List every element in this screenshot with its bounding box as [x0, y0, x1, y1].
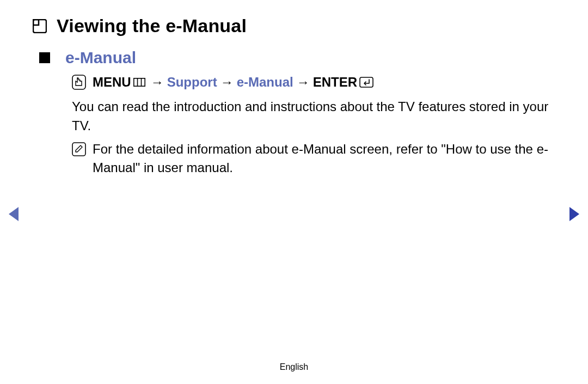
menu-button-icon [133, 78, 145, 87]
nav-next-button[interactable] [568, 206, 581, 224]
section-subtitle: e-Manual [65, 48, 136, 67]
nav-menu-label: MENU [93, 75, 131, 90]
nav-arrow-1: → [151, 75, 164, 90]
page-title: Viewing the e-Manual [57, 15, 247, 36]
square-bullet-icon [39, 52, 50, 63]
nav-arrow-2: → [220, 75, 234, 90]
nav-arrow-3: → [297, 75, 310, 90]
pencil-note-icon [72, 142, 86, 156]
svg-rect-2 [72, 75, 85, 89]
nav-enter-label: ENTER [313, 75, 357, 90]
navigation-path: MENU → Support → e-Manual → ENTER [72, 75, 555, 90]
note-row: For the detailed information about e-Man… [72, 140, 555, 178]
nav-prev-icon [7, 206, 20, 222]
note-text: For the detailed information about e-Man… [93, 140, 555, 178]
nav-next-icon [568, 206, 581, 222]
hand-pointer-icon [72, 75, 86, 90]
title-row: Viewing the e-Manual [33, 15, 555, 36]
enter-button-icon [359, 77, 373, 88]
svg-rect-3 [133, 78, 144, 86]
footer-language: English [0, 362, 588, 372]
svg-rect-6 [360, 77, 373, 87]
content-block: MENU → Support → e-Manual → ENTER You ca… [72, 75, 555, 178]
svg-rect-7 [72, 143, 85, 156]
section-tab-icon [33, 19, 47, 33]
subtitle-row: e-Manual [39, 48, 555, 67]
svg-marker-9 [569, 207, 579, 221]
body-text: You can read the introduction and instru… [72, 97, 555, 136]
nav-prev-button[interactable] [7, 206, 20, 224]
page-content: Viewing the e-Manual e-Manual MENU → Sup… [0, 0, 588, 178]
svg-rect-0 [33, 20, 46, 33]
svg-marker-8 [9, 207, 19, 221]
nav-support: Support [167, 75, 217, 90]
nav-emanual: e-Manual [237, 75, 293, 90]
